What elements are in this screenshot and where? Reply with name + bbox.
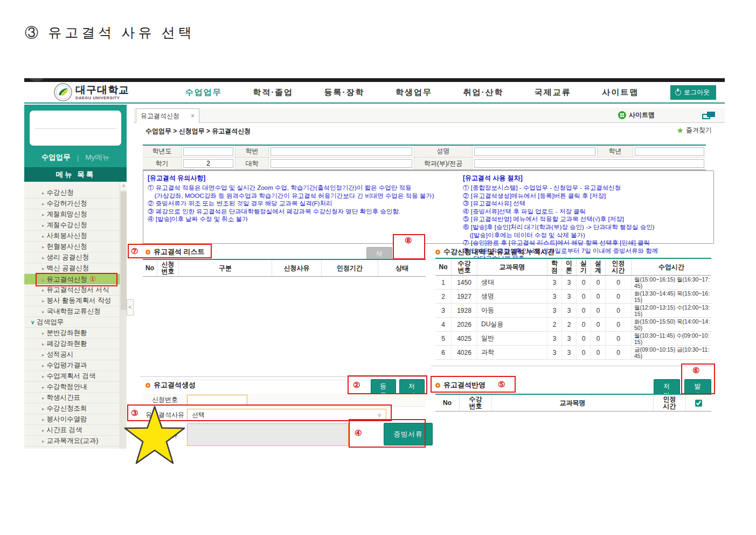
sidebar-tab-lecture[interactable]: 수업업무 (41, 153, 71, 162)
nav-item[interactable]: 국제교류 (535, 87, 571, 98)
absence-reason-select[interactable]: 선택 ∨ (187, 409, 386, 421)
evidence-button[interactable]: 증빙서류 (384, 423, 433, 445)
sidebar-item[interactable]: ▸분반강좌현황 (24, 328, 120, 339)
sidebar-item[interactable]: ▸수업평가결과 (24, 360, 120, 371)
sidebar-item[interactable]: ▸폐강강좌현황 (24, 339, 120, 349)
sidebar-item[interactable]: ▸유고결석신청서 서식 (24, 285, 120, 296)
sidebar-item[interactable]: ▸교과목개요(교과) (24, 436, 120, 447)
triangle-right-icon: ▸ (42, 417, 45, 422)
nav-item[interactable]: 사이트맵 (602, 87, 639, 98)
detail-reason-textarea[interactable] (187, 423, 349, 446)
sidebar-item[interactable]: ▸유고결석신청① (24, 274, 120, 285)
sidebar-item-label: 수업평가결과 (47, 361, 87, 369)
table-cell: 화(15:00~15:50) 목(14:00~14:50) (632, 318, 711, 331)
sidebar-scrollbar[interactable]: ∧ (120, 182, 127, 449)
sidebar-item[interactable]: ▸수업계획서 검색 (24, 371, 120, 382)
notice-title: [유고결석 사용 절차] (463, 174, 658, 183)
sidebar-item[interactable]: ▸수강허가신청 (24, 198, 120, 209)
triangle-right-icon: ▸ (42, 277, 45, 283)
table-row: 31928아동33000월(12:00~13:15) 수(12:00~13:15… (435, 304, 711, 318)
bullet-icon (435, 250, 440, 255)
sidebar-item[interactable]: ▸수강학점안내 (24, 382, 120, 393)
table-cell: 1450 (452, 276, 477, 289)
table-cell: 2026 (452, 318, 477, 331)
absence-list-body (143, 277, 426, 380)
sidebar-item[interactable]: ▸백신 공결신청 (24, 263, 120, 274)
table-cell: 4 (435, 318, 452, 331)
sidebar-item[interactable]: ▸사회봉사신청 (24, 231, 120, 242)
sitemap-button[interactable]: 사이트맵 (618, 111, 655, 120)
name-field[interactable] (474, 147, 595, 156)
year-field[interactable] (183, 147, 233, 156)
sidebar-item-label: 수강신청 (47, 189, 74, 196)
sidebar-item[interactable]: ▸헌혈봉사신청 (24, 242, 120, 252)
sidebar-item[interactable]: ∨검색업무 (24, 317, 120, 328)
triangle-right-icon: ▸ (42, 385, 45, 390)
table-cell: 3 (547, 290, 562, 303)
nav-item[interactable]: 취업·산학 (463, 87, 503, 98)
nav-item[interactable]: 수업업무 (185, 87, 222, 98)
table-cell: 0 (591, 276, 606, 289)
sidebar-item[interactable]: ▸시간표 검색 (24, 425, 120, 436)
sidebar-collapse-button[interactable]: < (127, 299, 134, 315)
sidebar-item[interactable]: ▸수강신청조회 (24, 403, 120, 414)
sidebar-item-label: 학생시간표 (47, 394, 81, 401)
tab-close-icon[interactable]: × (191, 112, 195, 120)
table-cell: 0 (577, 346, 591, 359)
column-header: 인정기간 (322, 260, 378, 276)
browser-knob-icon (30, 78, 44, 81)
tab-strip: 유고결석신청 × 사이트맵 (134, 108, 725, 123)
sidebar-item-label: 헌혈봉사신청 (47, 243, 87, 250)
table-cell: 3 (547, 332, 562, 345)
major-field[interactable] (474, 159, 704, 168)
sidebar-item[interactable]: ▸계절희망신청 (24, 209, 120, 220)
column-header: 상태 (378, 260, 426, 276)
field-label: 학과(부)/전공 (414, 157, 473, 169)
favorites-button[interactable]: ★ 즐겨찾기 (677, 126, 712, 135)
nav-item[interactable]: 등록·장학 (324, 87, 365, 98)
table-cell: 0 (606, 332, 632, 345)
scrollbar-thumb[interactable] (121, 191, 127, 310)
scroll-up-icon[interactable]: ∧ (120, 182, 127, 190)
table-cell: 0 (606, 346, 632, 359)
sidebar-item[interactable]: ▸생리 공결신청 (24, 252, 120, 263)
sidebar-item[interactable]: ▸국내학점교류신청 (24, 306, 120, 317)
student-id-field[interactable] (271, 147, 412, 156)
sidebar-item[interactable]: ▸봉사이수열람 (24, 414, 120, 425)
table-cell: 아동 (477, 304, 547, 317)
sidebar-item[interactable]: ▸수강신청 (24, 188, 120, 198)
sidebar-item-label: 봉사이수열람 (47, 415, 87, 423)
sidebar-item-label: 수강신청조회 (47, 404, 87, 412)
semester-field[interactable] (183, 159, 233, 168)
triangle-right-icon: ▸ (42, 309, 45, 314)
logout-button[interactable]: 로그아웃 (670, 85, 716, 100)
college-field[interactable] (271, 159, 412, 168)
main-content: 유고결석신청 × 사이트맵 수업업무 > 신청업무 > 유고결석신청 ★ 즐겨찾… (134, 108, 725, 449)
table-cell: 3 (562, 332, 577, 345)
tab-absence-application[interactable]: 유고결석신청 × (136, 108, 199, 123)
notice-line: ① [종합정보시스템] - 수업업무 - 신청업무 - 유고결석신청 (463, 184, 658, 192)
sidebar-tab-mymenu[interactable]: My메뉴 (85, 153, 109, 162)
table-cell: 2 (435, 290, 452, 303)
column-header: 실 기 (577, 259, 591, 275)
column-header: 교과목명 (492, 395, 654, 411)
table-cell: 생태 (477, 276, 547, 289)
table-cell: 월(12:00~13:15) 수(12:00~13:15) (632, 304, 711, 317)
sidebar-item[interactable]: ▸봉사 활동계획서 작성 (24, 296, 120, 306)
sidebar-item-label: 교과목개요(교과) (47, 437, 99, 444)
apply-no-field[interactable] (187, 395, 247, 406)
sidebar-item[interactable]: ▸계절수강신청 (24, 220, 120, 231)
bullet-icon (435, 383, 440, 388)
column-header: 인정 시간 (606, 259, 632, 275)
sidebar-item[interactable]: ▸학생시간표 (24, 393, 120, 403)
grade-field[interactable] (635, 147, 704, 156)
new-window-icon[interactable] (702, 112, 715, 119)
select-all-checkbox[interactable] (695, 400, 702, 407)
field-label: 학년 (598, 146, 633, 157)
nav-item[interactable]: 학생업무 (396, 87, 432, 98)
sidebar-item[interactable]: ▸성적공시 (24, 349, 120, 360)
table-cell: 월(15:00~16:15) 월(16:30~17:45) (632, 276, 711, 289)
nav-item[interactable]: 학적·졸업 (253, 87, 293, 98)
sidebar-item[interactable]: ▸··· (24, 447, 120, 449)
absence-list-table: No신청 번호구분신청사유인정기간상태 (143, 259, 426, 380)
